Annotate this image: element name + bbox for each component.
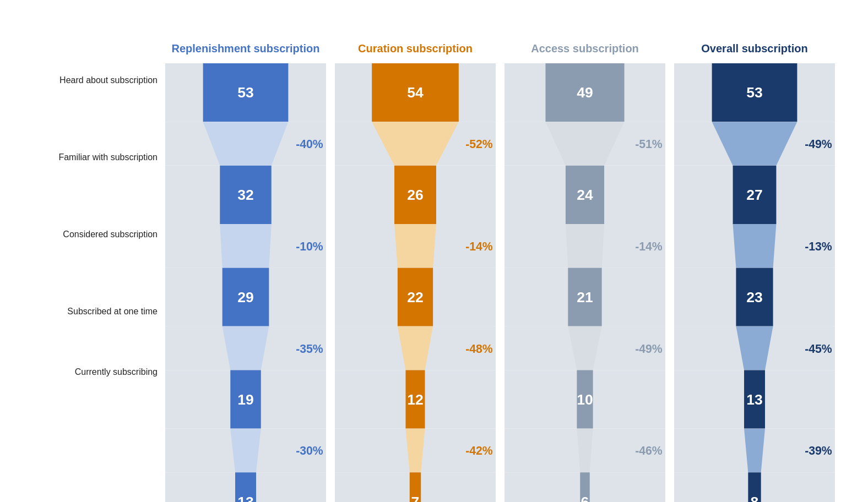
- svg-text:22: 22: [407, 289, 424, 305]
- funnel-svg-2: 49-51%24-14%21-49%10-46%6: [504, 63, 665, 502]
- svg-text:-13%: -13%: [805, 240, 832, 253]
- svg-text:-46%: -46%: [635, 444, 663, 457]
- chart-area: Heard about subscriptionFamiliar with su…: [33, 42, 835, 502]
- svg-marker-22: [230, 429, 261, 473]
- svg-text:-14%: -14%: [465, 240, 493, 253]
- svg-text:27: 27: [746, 187, 763, 203]
- svg-marker-64: [566, 224, 604, 268]
- row-label-3: Subscribed at one time: [33, 273, 165, 350]
- svg-text:26: 26: [407, 187, 424, 203]
- svg-text:23: 23: [746, 289, 763, 305]
- row-label-1: Familiar with subscription: [33, 119, 165, 196]
- svg-text:53: 53: [746, 84, 763, 101]
- funnel-column-1: Curation subscription54-52%26-14%22-48%1…: [335, 42, 496, 502]
- svg-text:-48%: -48%: [465, 342, 493, 355]
- chart-container: Heard about subscriptionFamiliar with su…: [33, 42, 835, 502]
- svg-text:53: 53: [237, 84, 254, 101]
- svg-text:12: 12: [407, 391, 424, 408]
- svg-text:6: 6: [581, 494, 589, 502]
- row-label-4: Currently subscribing: [33, 350, 165, 394]
- svg-text:8: 8: [751, 494, 759, 502]
- svg-text:-40%: -40%: [296, 138, 323, 150]
- svg-text:13: 13: [746, 391, 763, 408]
- svg-text:-45%: -45%: [805, 342, 832, 355]
- funnel-svg-3: 53-49%27-13%23-45%13-39%8: [674, 63, 835, 502]
- columns-area: Replenishment subscription53-40%32-10%29…: [165, 42, 835, 502]
- svg-text:-49%: -49%: [805, 138, 832, 150]
- row-labels: Heard about subscriptionFamiliar with su…: [33, 42, 165, 394]
- svg-text:49: 49: [577, 84, 593, 101]
- funnel-column-3: Overall subscription53-49%27-13%23-45%13…: [674, 42, 835, 502]
- svg-text:-49%: -49%: [635, 342, 663, 355]
- svg-text:-39%: -39%: [805, 444, 832, 457]
- svg-marker-10: [220, 224, 271, 268]
- funnel-svg-1: 54-52%26-14%22-48%12-42%7: [335, 63, 496, 502]
- svg-text:32: 32: [237, 187, 254, 203]
- funnel-svg-0: 53-40%32-10%29-35%19-30%13: [165, 63, 326, 502]
- col-header-2: Access subscription: [531, 42, 639, 56]
- funnel-column-0: Replenishment subscription53-40%32-10%29…: [165, 42, 326, 502]
- row-label-0: Heard about subscription: [33, 42, 165, 119]
- svg-text:21: 21: [577, 289, 593, 305]
- col-header-0: Replenishment subscription: [172, 42, 320, 56]
- svg-marker-16: [223, 326, 269, 370]
- col-header-3: Overall subscription: [701, 42, 807, 56]
- svg-text:54: 54: [407, 84, 424, 101]
- svg-marker-91: [733, 224, 777, 268]
- svg-text:29: 29: [237, 289, 254, 305]
- svg-text:-42%: -42%: [465, 444, 493, 457]
- svg-text:-51%: -51%: [635, 138, 663, 150]
- col-header-1: Curation subscription: [358, 42, 473, 56]
- svg-text:7: 7: [411, 494, 420, 502]
- row-label-2: Considered subscription: [33, 196, 165, 273]
- svg-text:-35%: -35%: [296, 342, 323, 355]
- svg-text:10: 10: [577, 391, 593, 408]
- svg-text:19: 19: [237, 391, 254, 408]
- svg-text:13: 13: [237, 494, 254, 502]
- funnel-column-2: Access subscription49-51%24-14%21-49%10-…: [504, 42, 665, 502]
- svg-text:-10%: -10%: [296, 240, 323, 253]
- svg-text:-30%: -30%: [296, 444, 323, 457]
- svg-text:24: 24: [577, 187, 593, 203]
- svg-text:-52%: -52%: [465, 138, 493, 150]
- svg-marker-37: [394, 224, 436, 268]
- svg-text:-14%: -14%: [635, 240, 663, 253]
